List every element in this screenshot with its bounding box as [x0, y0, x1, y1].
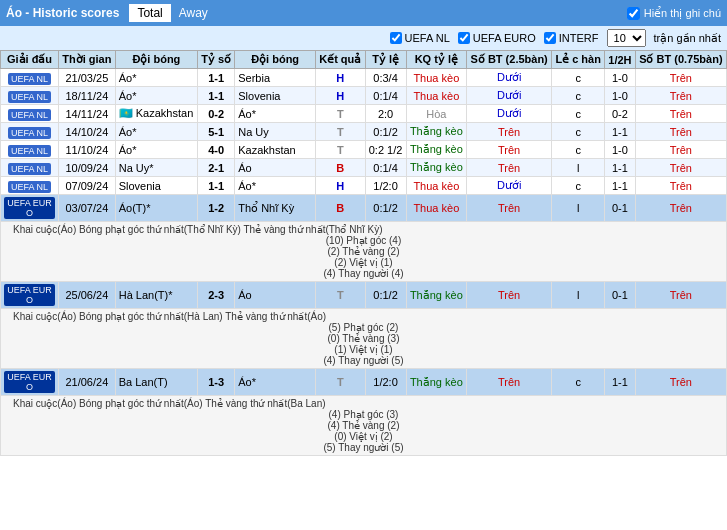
uefa-euro-checkbox[interactable] — [458, 32, 470, 44]
cell-kq: T — [315, 282, 365, 309]
cell-kqtl: Thắng kèo — [406, 159, 467, 177]
cell-kq: B — [315, 159, 365, 177]
cell-team1: Áo* — [115, 141, 197, 159]
cell-team1: Ba Lan(T) — [115, 369, 197, 396]
cell-half: 1-1 — [605, 369, 636, 396]
cell-team1: Áo* — [115, 123, 197, 141]
cell-lec: l — [552, 159, 605, 177]
cell-time: 11/10/24 — [59, 141, 116, 159]
cell-lec: c — [552, 369, 605, 396]
cell-sobt: Dưới — [467, 105, 552, 123]
cell-score: 2-1 — [198, 159, 235, 177]
cell-half: 1-0 — [605, 87, 636, 105]
tab-total[interactable]: Total — [129, 4, 170, 22]
cell-half: 1-1 — [605, 159, 636, 177]
col-header-sobt2: Số BT (0.75bàn) — [635, 51, 726, 69]
cell-kq: H — [315, 177, 365, 195]
show-notes-checkbox[interactable] — [627, 7, 640, 20]
cell-giai: UEFA NL — [1, 123, 59, 141]
show-notes-label: Hiển thị ghi chú — [644, 7, 721, 20]
cell-sobt: Trên — [467, 369, 552, 396]
cell-sobt2: Trên — [635, 105, 726, 123]
cell-team2: Thổ Nhĩ Kỳ — [235, 195, 316, 222]
col-header-giai: Giải đấu — [1, 51, 59, 69]
detail-cell: Khai cuộc(Áo) Bóng phạt góc thứ nhất(Hà … — [1, 309, 727, 369]
cell-kq: T — [315, 369, 365, 396]
cell-tyle: 0:1/4 — [365, 159, 406, 177]
cell-sobt2: Trên — [635, 282, 726, 309]
cell-time: 21/03/25 — [59, 69, 116, 87]
header: Áo - Historic scores Total Away Hiển thị… — [0, 0, 727, 26]
cell-sobt2: Trên — [635, 159, 726, 177]
cell-sobt: Trên — [467, 195, 552, 222]
header-title: Áo - Historic scores — [6, 6, 119, 20]
cell-lec: c — [552, 141, 605, 159]
cell-sobt: Trên — [467, 141, 552, 159]
col-header-sobt: Số BT (2.5bàn) — [467, 51, 552, 69]
cell-time: 18/11/24 — [59, 87, 116, 105]
detail-cell: Khai cuộc(Áo) Bóng phạt góc thứ nhất(Áo)… — [1, 396, 727, 456]
cell-team1: 🇰🇿 Kazakhstan — [115, 105, 197, 123]
interf-label: INTERF — [559, 32, 599, 44]
col-header-kq: Kết quả — [315, 51, 365, 69]
tab-away[interactable]: Away — [171, 4, 216, 22]
cell-kqtl: Thắng kèo — [406, 141, 467, 159]
cell-time: 14/10/24 — [59, 123, 116, 141]
cell-team2: Serbia — [235, 69, 316, 87]
cell-sobt: Dưới — [467, 69, 552, 87]
cell-tyle: 1/2:0 — [365, 369, 406, 396]
cell-time: 14/11/24 — [59, 105, 116, 123]
cell-team2: Kazakhstan — [235, 141, 316, 159]
cell-tyle: 0:1/2 — [365, 195, 406, 222]
filter-uefa-nl: UEFA NL — [390, 32, 450, 44]
cell-kq: T — [315, 105, 365, 123]
cell-giai: UEFA EURO — [1, 282, 59, 309]
cell-sobt2: Trên — [635, 195, 726, 222]
uefa-euro-label: UEFA EURO — [473, 32, 536, 44]
interf-checkbox[interactable] — [544, 32, 556, 44]
filter-uefa-euro: UEFA EURO — [458, 32, 536, 44]
cell-team2: Áo* — [235, 369, 316, 396]
col-header-half: 1/2H — [605, 51, 636, 69]
detail-row: Khai cuộc(Áo) Bóng phạt góc thứ nhất(Hà … — [1, 309, 727, 369]
detail-row: Khai cuộc(Áo) Bóng phạt góc thứ nhất(Thổ… — [1, 222, 727, 282]
cell-half: 0-1 — [605, 282, 636, 309]
cell-score: 1-2 — [198, 195, 235, 222]
col-header-team2: Đội bóng — [235, 51, 316, 69]
col-header-score: Tỷ số — [198, 51, 235, 69]
cell-kqtl: Thua kèo — [406, 87, 467, 105]
cell-giai: UEFA EURO — [1, 369, 59, 396]
cell-kq: T — [315, 141, 365, 159]
cell-giai: UEFA EURO — [1, 195, 59, 222]
cell-lec: c — [552, 69, 605, 87]
cell-giai: UEFA NL — [1, 105, 59, 123]
cell-tyle: 1/2:0 — [365, 177, 406, 195]
cell-giai: UEFA NL — [1, 177, 59, 195]
cell-team2: Slovenia — [235, 87, 316, 105]
count-select[interactable]: 10 20 30 — [607, 29, 646, 47]
cell-lec: c — [552, 105, 605, 123]
cell-half: 1-1 — [605, 123, 636, 141]
cell-team1: Áo(T)* — [115, 195, 197, 222]
cell-kqtl: Thua kèo — [406, 69, 467, 87]
cell-team2: Áo — [235, 159, 316, 177]
cell-score: 5-1 — [198, 123, 235, 141]
cell-kq: H — [315, 69, 365, 87]
col-header-time: Thời gian — [59, 51, 116, 69]
uefa-nl-checkbox[interactable] — [390, 32, 402, 44]
table-row: UEFA NL 10/09/24 Na Uy* 2-1 Áo B 0:1/4 T… — [1, 159, 727, 177]
cell-time: 07/09/24 — [59, 177, 116, 195]
cell-kq: H — [315, 87, 365, 105]
cell-score: 4-0 — [198, 141, 235, 159]
cell-half: 1-0 — [605, 69, 636, 87]
table-row: UEFA NL 11/10/24 Áo* 4-0 Kazakhstan T 0:… — [1, 141, 727, 159]
cell-tyle: 0:2 1/2 — [365, 141, 406, 159]
cell-score: 2-3 — [198, 282, 235, 309]
cell-team1: Áo* — [115, 69, 197, 87]
cell-time: 03/07/24 — [59, 195, 116, 222]
cell-score: 1-1 — [198, 69, 235, 87]
cell-time: 21/06/24 — [59, 369, 116, 396]
cell-score: 1-1 — [198, 87, 235, 105]
cell-team1: Slovenia — [115, 177, 197, 195]
cell-sobt: Trên — [467, 282, 552, 309]
